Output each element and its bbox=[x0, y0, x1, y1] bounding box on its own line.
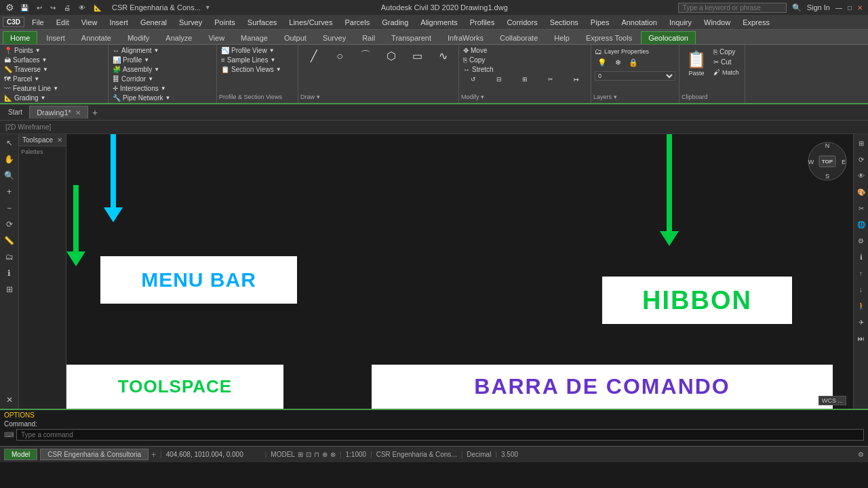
menu-pipes[interactable]: Pipes bbox=[586, 17, 614, 28]
copy-button[interactable]: ⎘ Copy bbox=[461, 56, 589, 64]
toolbar-zoom-out[interactable]: − bbox=[2, 201, 17, 216]
sample-lines-dd-icon[interactable]: ▼ bbox=[270, 57, 275, 63]
signin-button[interactable]: Sign In bbox=[807, 3, 830, 12]
rtool-walk[interactable]: 🚶 bbox=[854, 298, 869, 313]
stretch-button[interactable]: ↔ Stretch bbox=[461, 65, 589, 74]
draw-arc-button[interactable]: ⌒ bbox=[353, 47, 378, 64]
qat-preview[interactable]: 👁 bbox=[77, 3, 87, 12]
tab-close-button[interactable]: ✕ bbox=[75, 109, 81, 117]
cut-button[interactable]: ✂ Cut bbox=[711, 58, 741, 66]
rtool-view[interactable]: 👁 bbox=[854, 168, 869, 183]
add-tab-button[interactable]: + bbox=[90, 107, 100, 118]
start-tab[interactable]: Start bbox=[3, 106, 28, 118]
minimize-button[interactable]: — bbox=[835, 4, 842, 12]
qat-save[interactable]: 💾 bbox=[18, 3, 31, 12]
intersections-button[interactable]: ✛ Intersections▼ bbox=[111, 84, 214, 93]
paste-button[interactable]: 📋 Paste bbox=[683, 47, 710, 79]
draw-line-button[interactable]: ╱ bbox=[302, 47, 326, 64]
rtool-arrow-down[interactable]: ↓ bbox=[854, 282, 869, 297]
profile-view-dd-icon[interactable]: ▼ bbox=[269, 47, 275, 54]
qat-measure[interactable]: 📐 bbox=[92, 3, 104, 12]
tab-geolocation[interactable]: Geolocation bbox=[641, 31, 696, 44]
pipe-network-button[interactable]: 🔧 Pipe Network▼ bbox=[111, 94, 214, 102]
layer-freeze-button[interactable]: ❄ bbox=[611, 57, 625, 68]
menu-view[interactable]: View bbox=[77, 17, 102, 28]
menu-annotation[interactable]: Annotation bbox=[616, 17, 662, 28]
command-input[interactable] bbox=[16, 429, 864, 441]
search-icon[interactable]: 🔍 bbox=[792, 3, 802, 12]
trim-button[interactable]: ✂ bbox=[538, 75, 563, 84]
tab-help[interactable]: Help bbox=[547, 31, 577, 44]
toolbar-layer[interactable]: 🗂 bbox=[2, 249, 17, 264]
parcel-dd-icon[interactable]: ▼ bbox=[34, 76, 39, 82]
menu-survey[interactable]: Survey bbox=[174, 17, 207, 28]
clipboard-copy-button[interactable]: ⎘ Copy bbox=[711, 47, 741, 56]
corridor-dd-icon[interactable]: ▼ bbox=[148, 76, 153, 82]
osnap-toggle[interactable]: ⊗ bbox=[330, 451, 336, 458]
pipe-network-dd-icon[interactable]: ▼ bbox=[165, 95, 170, 101]
rtool-globe[interactable]: 🌐 bbox=[854, 217, 869, 232]
qat-print[interactable]: 🖨 bbox=[62, 3, 73, 12]
layout-tab[interactable]: CSR Engenharia & Consultoria bbox=[40, 449, 149, 460]
menu-edit[interactable]: Edit bbox=[52, 17, 74, 28]
draw-poly-button[interactable]: ⬡ bbox=[379, 47, 403, 64]
rtool-fly[interactable]: ✈ bbox=[854, 314, 869, 329]
section-views-dd-icon[interactable]: ▼ bbox=[276, 66, 281, 73]
menu-grading[interactable]: Grading bbox=[377, 17, 413, 28]
toolbar-pan[interactable]: ✋ bbox=[2, 152, 17, 167]
tab-manage[interactable]: Manage bbox=[233, 31, 275, 44]
rtool-settings[interactable]: ⚙ bbox=[854, 233, 869, 248]
points-button[interactable]: 📍 Points▼ bbox=[2, 46, 106, 55]
toolbar-measure[interactable]: 📏 bbox=[2, 233, 17, 248]
menu-parcels[interactable]: Parcels bbox=[340, 17, 374, 28]
alignment-button[interactable]: ↔ Alignment▼ bbox=[111, 46, 214, 55]
tab-survey[interactable]: Survey bbox=[315, 31, 353, 44]
model-tab[interactable]: Model bbox=[4, 449, 37, 460]
array-button[interactable]: ⊞ bbox=[513, 75, 537, 84]
mirror-button[interactable]: ⊟ bbox=[487, 75, 511, 84]
rtool-render[interactable]: 🎨 bbox=[854, 184, 869, 199]
layer-lock-button[interactable]: 🔒 bbox=[626, 57, 641, 68]
tab-modify[interactable]: Modify bbox=[120, 31, 157, 44]
menu-file[interactable]: File bbox=[27, 17, 49, 28]
assembly-dd-icon[interactable]: ▼ bbox=[154, 66, 159, 73]
surfaces-button[interactable]: 🏔 Surfaces▼ bbox=[2, 56, 106, 64]
polar-toggle[interactable]: ⊕ bbox=[322, 451, 328, 458]
rtool-arrow-up[interactable]: ↑ bbox=[854, 266, 869, 281]
toolbar-palettes[interactable]: ⊞ bbox=[2, 282, 17, 297]
alignment-dd-icon[interactable]: ▼ bbox=[153, 47, 159, 54]
canvas-area[interactable]: MENU BAR HIBBON TOOLSPACE BARRA DE COMAN… bbox=[66, 134, 868, 409]
rtool-orbit[interactable]: ⟳ bbox=[854, 152, 869, 167]
toolbar-zoom-in[interactable]: + bbox=[2, 184, 17, 199]
tab-transparent[interactable]: Transparent bbox=[384, 31, 439, 44]
menu-express[interactable]: Express bbox=[738, 17, 774, 28]
qat-undo[interactable]: ↩ bbox=[35, 3, 44, 12]
rtool-section[interactable]: ✂ bbox=[854, 201, 869, 216]
draw-rect-button[interactable]: ▭ bbox=[405, 47, 429, 64]
toolbar-orbit[interactable]: ⟳ bbox=[2, 217, 17, 232]
menu-lines-curves[interactable]: Lines/Curves bbox=[284, 17, 337, 28]
grading-button[interactable]: 📐 Grading▼ bbox=[2, 94, 106, 102]
rotate-button[interactable]: ↺ bbox=[461, 75, 486, 84]
traverse-dd-icon[interactable]: ▼ bbox=[43, 66, 48, 73]
feature-line-dd-icon[interactable]: ▼ bbox=[53, 85, 58, 92]
profile-view-button[interactable]: 📉 Profile View▼ bbox=[219, 46, 296, 55]
grid-toggle[interactable]: ⊞ bbox=[298, 451, 303, 458]
tab-rail[interactable]: Rail bbox=[355, 31, 382, 44]
menu-surfaces[interactable]: Surfaces bbox=[243, 17, 281, 28]
settings-button[interactable]: ⚙ bbox=[858, 451, 864, 458]
toolbar-zoom[interactable]: 🔍 bbox=[2, 168, 17, 183]
parcel-button[interactable]: 🗺 Parcel▼ bbox=[2, 75, 106, 83]
tab-collaborate[interactable]: Collaborate bbox=[492, 31, 545, 44]
rtool-scrub[interactable]: ⏭ bbox=[854, 331, 869, 346]
menu-insert[interactable]: Insert bbox=[104, 17, 133, 28]
layer-on-button[interactable]: 💡 bbox=[595, 57, 610, 68]
sample-lines-button[interactable]: ≡ Sample Lines▼ bbox=[219, 56, 296, 64]
menu-inquiry[interactable]: Inquiry bbox=[665, 17, 696, 28]
feature-line-button[interactable]: 〰 Feature Line▼ bbox=[2, 84, 106, 93]
close-button[interactable]: ✕ bbox=[857, 4, 863, 12]
rtool-info[interactable]: ℹ bbox=[854, 249, 869, 264]
menu-points[interactable]: Points bbox=[210, 17, 240, 28]
ortho-toggle[interactable]: ⊓ bbox=[314, 451, 319, 458]
wcs-label[interactable]: WCS ... bbox=[818, 396, 846, 405]
